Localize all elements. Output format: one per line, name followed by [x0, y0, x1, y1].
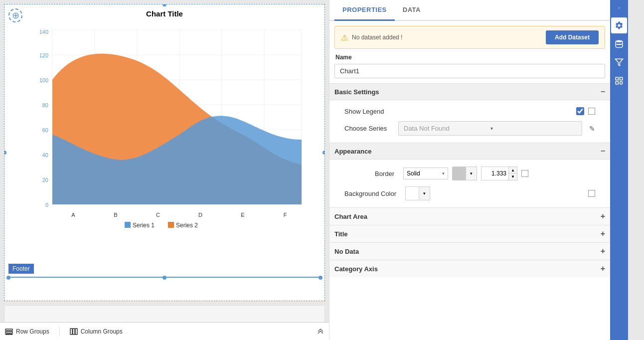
chart-settings-icon — [615, 76, 624, 85]
filter-icon — [615, 58, 624, 67]
border-width-input[interactable] — [481, 167, 508, 180]
series-edit-icon[interactable]: ✎ — [589, 125, 595, 133]
chart-area-toggle: + — [601, 212, 605, 221]
basic-settings-toggle: − — [601, 87, 605, 96]
no-data-section[interactable]: No Data + — [329, 242, 610, 260]
svg-rect-37 — [73, 329, 75, 335]
no-data-label: No Data — [334, 248, 359, 255]
svg-rect-42 — [620, 77, 623, 80]
props-content: Name Basic Settings − Show Legend Choose… — [329, 54, 610, 340]
svg-rect-34 — [5, 332, 12, 333]
svg-point-44 — [620, 82, 623, 84]
name-field-group: Name — [334, 54, 605, 78]
choose-series-label: Choose Series — [344, 125, 394, 132]
svg-rect-38 — [75, 329, 77, 335]
border-width-spinbtns: ▲ ▼ — [508, 167, 517, 180]
chart-container: Chart Title — [4, 4, 325, 301]
chart-area-section[interactable]: Chart Area + — [329, 207, 610, 225]
border-width-spinner: ▲ ▼ — [481, 167, 517, 180]
svg-text:20: 20 — [42, 177, 48, 183]
sidebar-icons: › — [610, 0, 628, 340]
svg-rect-36 — [70, 329, 72, 335]
svg-text:D: D — [198, 212, 202, 218]
bgcolor-row: Background Color ▾ — [334, 183, 605, 203]
bottom-resize-handle[interactable] — [8, 277, 321, 279]
basic-settings-label: Basic Settings — [334, 88, 379, 96]
border-color-swatch[interactable] — [452, 167, 466, 180]
border-width-up[interactable]: ▲ — [509, 167, 517, 173]
warning-icon: ⚠ — [341, 33, 348, 42]
svg-rect-29 — [125, 222, 131, 228]
row-groups-label: Row Groups — [16, 328, 49, 335]
category-axis-section[interactable]: Category Axis + — [329, 260, 610, 277]
border-label: Border — [344, 170, 399, 177]
left-center-handle[interactable] — [4, 151, 6, 155]
bgcolor-dropdown[interactable]: ▾ — [419, 186, 430, 200]
show-legend-controls — [576, 107, 595, 115]
border-width-down[interactable]: ▼ — [509, 173, 517, 180]
border-checkbox[interactable] — [521, 170, 528, 177]
svg-rect-41 — [616, 77, 618, 80]
svg-text:B: B — [114, 212, 117, 218]
bgcolor-checkbox[interactable] — [588, 190, 595, 197]
appearance-header[interactable]: Appearance − — [329, 143, 610, 160]
column-groups-btn[interactable]: Column Groups — [70, 328, 123, 336]
svg-text:120: 120 — [39, 52, 48, 58]
row-groups-btn[interactable]: Row Groups — [5, 328, 49, 336]
show-legend-alt-checkbox[interactable] — [588, 108, 595, 115]
expand-icon[interactable]: › — [614, 2, 624, 12]
bgcolor-label: Background Color — [344, 190, 401, 197]
bgcolor-swatch[interactable] — [405, 186, 419, 200]
name-input[interactable] — [334, 64, 605, 78]
gear-icon — [615, 21, 624, 30]
bottom-right-handle[interactable] — [319, 276, 322, 280]
svg-text:Series 1: Series 1 — [133, 222, 155, 229]
bottom-center-handle[interactable] — [162, 276, 166, 280]
series-dropdown-arrow: ▾ — [490, 126, 577, 131]
warning-bar: ⚠ No dataset added ! Add Dataset — [334, 26, 605, 49]
chart-title: Chart Title — [4, 4, 324, 20]
svg-text:Series 2: Series 2 — [176, 222, 198, 229]
bgcolor-swatch-group: ▾ — [405, 186, 430, 200]
title-section[interactable]: Title + — [329, 225, 610, 242]
tab-data[interactable]: DATA — [395, 0, 429, 20]
left-panel: Chart Title — [0, 0, 329, 340]
border-color-dropdown[interactable]: ▾ — [466, 167, 477, 180]
filter-icon-btn[interactable] — [611, 54, 627, 70]
series-dropdown-value: Data Not Found — [404, 125, 490, 132]
border-style-dropdown[interactable]: Solid ▾ — [403, 168, 448, 179]
add-dataset-button[interactable]: Add Dataset — [546, 30, 599, 44]
svg-text:F: F — [284, 212, 287, 218]
bottom-left-handle[interactable] — [6, 276, 10, 280]
show-legend-checkbox[interactable] — [576, 107, 584, 115]
right-center-handle[interactable] — [322, 151, 325, 155]
border-style-arrow: ▾ — [442, 171, 445, 176]
row-groups-icon — [5, 328, 13, 336]
svg-text:80: 80 — [42, 102, 48, 108]
database-icon — [615, 39, 624, 48]
basic-settings-header[interactable]: Basic Settings − — [329, 83, 610, 100]
collapsible-sections: Chart Area + Title + No Data + Category … — [334, 207, 605, 277]
gear-icon-btn[interactable] — [611, 17, 627, 33]
up-arrow-icon — [317, 327, 324, 334]
series-dropdown[interactable]: Data Not Found ▾ — [398, 121, 582, 136]
database-icon-btn[interactable] — [611, 36, 627, 52]
toolbar-arrow[interactable] — [317, 327, 324, 336]
chart-settings-icon-btn[interactable] — [611, 73, 627, 89]
svg-marker-40 — [616, 59, 623, 66]
properties-panel: PROPERTIES DATA ⚠ No dataset added ! Add… — [329, 0, 610, 340]
chart-svg: 0 20 40 60 80 100 120 140 A B C D E F — [17, 20, 312, 229]
name-label: Name — [334, 54, 605, 61]
footer-label: Footer — [8, 264, 34, 274]
svg-rect-33 — [5, 329, 12, 331]
border-color-group: ▾ — [452, 167, 477, 180]
svg-rect-43 — [616, 82, 618, 84]
warning-text: No dataset added ! — [352, 34, 542, 41]
chart-area-label: Chart Area — [334, 213, 367, 220]
category-axis-label: Category Axis — [334, 265, 378, 273]
category-axis-toggle: + — [601, 264, 605, 273]
tab-properties[interactable]: PROPERTIES — [334, 0, 395, 21]
column-groups-icon — [70, 328, 78, 336]
svg-text:E: E — [241, 212, 244, 218]
move-handle[interactable] — [8, 8, 22, 22]
